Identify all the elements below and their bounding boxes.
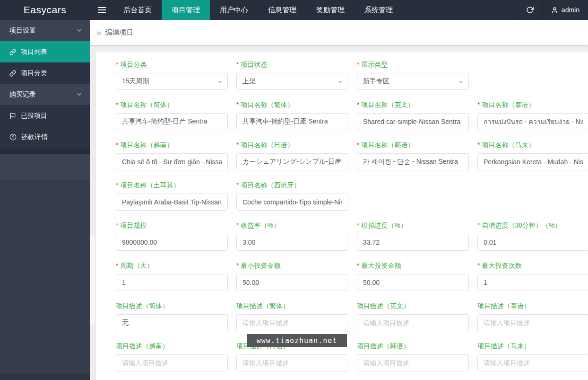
required-asterisk: * [116,221,118,229]
field-min-investment-input[interactable] [236,274,348,291]
sidebar-item-project-list[interactable]: 项目列表 [0,41,90,62]
nav-tab-user-center[interactable]: 用户中心 [210,0,258,20]
vertical-scrollbar-thumb[interactable] [90,235,95,325]
field-desc-ms: 项目描述（马来） [477,341,588,371]
sidebar-separator [0,148,90,154]
field-cycle-days-input[interactable] [116,274,228,291]
field-label: *项目名称（日语） [236,140,348,150]
top-navbar: Easycars 后台首页项目管理用户中心信息管理奖励管理系统管理 admin [0,0,588,20]
field-label: 项目描述（马来） [477,341,588,351]
field-display-type-select[interactable]: 新手专区 [357,73,469,90]
nav-tab-reward-management[interactable]: 奖励管理 [306,0,355,20]
field-desc-ko-input[interactable] [357,354,469,371]
field-label: 项目描述（韩语） [357,341,469,351]
field-auto-increment-rate: *自增进度（30分钟）（%） [477,221,588,251]
field-desc-zh-tw-input[interactable] [236,314,348,331]
field-desc-zh-cn-input[interactable] [116,314,228,331]
field-yield-rate: *收益率（%） [236,221,348,251]
field-name-ms-input[interactable] [477,153,588,170]
sidebar-item-label: 项目设置 [9,27,36,35]
form-row: *周期（天）*最小投资金额*最大投资金额*最大投资次数 [116,261,588,291]
nav-tab-info-management[interactable]: 信息管理 [258,0,306,20]
field-auto-increment-rate-input[interactable] [477,234,588,251]
refresh-icon [526,6,534,14]
sidebar-item-project-settings[interactable]: 项目设置 [0,20,90,41]
required-asterisk: * [477,101,480,108]
field-desc-ja-input[interactable] [236,354,348,371]
field-name-tr-input[interactable] [116,194,228,211]
field-name-en: *项目名称（英文） [357,100,469,130]
field-name-zh-tw-input[interactable] [236,113,348,130]
field-desc-th-input[interactable] [477,314,588,331]
field-project-category: *项目分类15天周期 [116,60,228,90]
required-asterisk: * [236,221,239,229]
field-project-category-select[interactable]: 15天周期 [116,73,228,90]
refresh-button[interactable] [517,0,543,20]
field-desc-ms-input[interactable] [477,354,588,371]
nav-tab-system-management[interactable]: 系统管理 [355,0,403,20]
field-yield-rate-input[interactable] [236,234,348,251]
dropdown-caret-icon [458,81,463,83]
field-max-invest-times-input[interactable] [477,274,588,291]
selected-value: 15天周期 [122,77,149,86]
sidebar-item-label: 已投项目 [21,112,47,120]
field-label: 项目描述（英文） [357,301,469,310]
username: admin [562,6,579,14]
required-asterisk: * [357,262,359,269]
field-label: 项目描述（简体） [116,301,228,310]
form-row: *项目名称（土耳其）*项目名称（西班牙） [116,180,588,211]
field-name-vi-input[interactable] [116,153,228,170]
field-name-es: *项目名称（西班牙） [236,180,348,211]
top-menu: 后台首页项目管理用户中心信息管理奖励管理系统管理 [113,0,403,20]
field-label: *模拟进度（%） [357,221,469,230]
field-simulated-progress-input[interactable] [357,234,469,251]
required-asterisk: * [116,262,118,269]
field-desc-en-input[interactable] [357,314,469,331]
field-label: 项目描述（越南） [116,341,228,351]
required-asterisk: * [357,61,359,68]
field-name-es-input[interactable] [236,194,348,211]
breadcrumb: » 编辑项目 [90,20,588,45]
field-label: *自增进度（30分钟）（%） [477,221,588,230]
field-name-ja: *项目名称（日语） [236,140,348,170]
field-label: *展示类型 [357,60,469,69]
field-name-ja-input[interactable] [236,153,348,170]
field-desc-vi-input[interactable] [116,354,228,371]
required-asterisk: * [357,221,359,229]
field-label: 项目描述（泰语） [477,301,588,310]
sidebar-item-invested-projects[interactable]: 已投项目 [0,105,90,126]
field-name-ko-input[interactable] [357,153,469,170]
sidebar-menu: 项目设置项目列表项目分类购买记录已投项目$还款详情 [0,20,90,148]
required-asterisk: * [236,262,239,269]
user-menu[interactable]: admin [543,0,588,20]
field-name-th: *项目名称（泰语） [477,100,588,130]
sidebar-item-repayment-details[interactable]: $还款详情 [0,126,90,148]
nav-tab-project-management[interactable]: 项目管理 [162,0,210,20]
field-name-zh-cn: *项目名称（简体） [116,100,228,130]
sidebar-toggle-button[interactable] [90,0,113,20]
field-desc-zh-tw: 项目描述（繁体） [236,301,348,331]
required-asterisk: * [357,101,359,108]
required-asterisk: * [236,101,239,108]
field-project-scale-input[interactable] [116,234,228,251]
field-name-en-input[interactable] [357,113,469,130]
field-name-zh-cn-input[interactable] [116,113,228,130]
field-label: *最大投资次数 [477,261,588,270]
sidebar-item-project-categories[interactable]: 项目分类 [0,62,90,84]
nav-tab-home[interactable]: 后台首页 [113,0,162,20]
required-asterisk: * [357,141,359,149]
field-min-investment: *最小投资金额 [236,261,348,291]
sidebar-item-purchase-records[interactable]: 购买记录 [0,84,90,105]
field-max-investment-input[interactable] [357,274,469,291]
edit-project-form: *项目分类15天周期*项目状态上架*展示类型新手专区*项目名称（简体）*项目名称… [96,52,588,380]
link-icon [9,70,16,77]
chevron-down-icon [76,91,82,97]
field-name-vi: *项目名称（越南） [116,140,228,170]
field-label: *项目名称（繁体） [236,100,348,109]
sidebar-item-label: 还款详情 [21,133,48,141]
field-project-status-select[interactable]: 上架 [236,73,348,90]
field-name-th-input[interactable] [477,113,588,130]
selected-value: 新手专区 [363,77,389,86]
link-icon [9,49,16,55]
field-label: *项目名称（西班牙） [236,180,348,190]
